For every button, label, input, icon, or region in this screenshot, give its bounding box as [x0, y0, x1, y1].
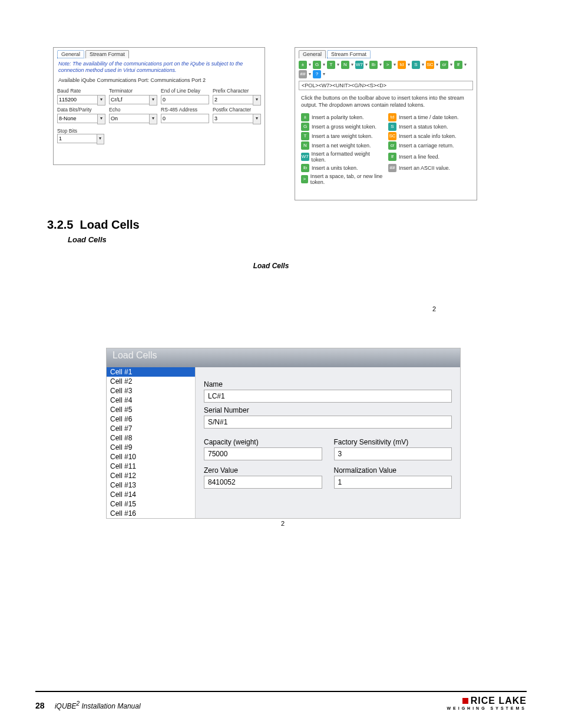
list-item[interactable]: Cell #6: [107, 414, 195, 424]
tab-general[interactable]: General: [57, 50, 84, 58]
sensitivity-input[interactable]: [334, 447, 452, 460]
token-button[interactable]: cr: [440, 61, 448, 69]
chevron-down-icon[interactable]: ▾: [97, 114, 105, 124]
list-item[interactable]: Cell #8: [107, 433, 195, 443]
tabs: General Stream Format: [299, 50, 473, 58]
chevron-down-icon[interactable]: ▾: [149, 95, 157, 106]
postfix-label: Postfix Character: [213, 107, 261, 113]
section-number: 3.2.5: [47, 218, 73, 231]
comm-port-dialog: General Stream Format Note: The availabi…: [53, 47, 265, 165]
legend-icon: ##: [388, 164, 396, 172]
chevron-down-icon[interactable]: ▾: [149, 114, 157, 124]
tab-stream-format[interactable]: Stream Format: [85, 50, 129, 58]
chevron-down-icon[interactable]: ▾: [97, 134, 104, 144]
available-port-label: Available iQube Communications Port: Com…: [58, 77, 260, 83]
tab-stream-format[interactable]: Stream Format: [327, 50, 371, 58]
legend-icon: G: [301, 123, 309, 131]
chevron-down-icon[interactable]: ▾: [253, 114, 261, 124]
prefix-label: Prefix Character: [213, 88, 261, 94]
list-item[interactable]: Cell #11: [107, 462, 195, 471]
chevron-down-icon[interactable]: ▾: [393, 61, 396, 69]
token-button[interactable]: td: [398, 61, 406, 69]
legend-text: Insert a units token.: [312, 165, 358, 171]
list-item[interactable]: Cell #2: [107, 377, 195, 386]
legend-icon: N: [301, 141, 309, 150]
databits-select[interactable]: [57, 114, 97, 123]
list-item[interactable]: Cell #10: [107, 452, 195, 462]
rs485-input[interactable]: [161, 114, 209, 123]
chevron-down-icon[interactable]: ▾: [464, 61, 467, 69]
stopbits-select[interactable]: [57, 134, 97, 143]
token-string-input[interactable]: <POL><W7><UNIT><G/N><S><D>: [299, 81, 473, 90]
postfix-select[interactable]: [213, 114, 253, 123]
chevron-down-icon[interactable]: ▾: [365, 61, 368, 69]
load-cell-list[interactable]: Cell #1Cell #2Cell #3Cell #4Cell #5Cell …: [107, 367, 196, 518]
list-item[interactable]: Cell #7: [107, 424, 195, 433]
list-item[interactable]: Cell #13: [107, 480, 195, 490]
terminator-select[interactable]: [109, 95, 149, 104]
list-item[interactable]: Cell #12: [107, 471, 195, 480]
legend-icon: td: [388, 113, 396, 121]
eol-input[interactable]: [161, 95, 209, 104]
chevron-down-icon[interactable]: ▾: [253, 95, 261, 106]
legend-icon: T: [301, 132, 309, 140]
token-button[interactable]: W7: [355, 61, 363, 69]
legend-row: tdInsert a time / date token.: [388, 113, 471, 121]
list-item[interactable]: Cell #5: [107, 405, 195, 414]
baud-select[interactable]: [57, 95, 97, 104]
token-button[interactable]: S: [412, 61, 420, 69]
token-button[interactable]: N: [341, 61, 349, 69]
serial-input[interactable]: [204, 416, 452, 429]
list-item[interactable]: Cell #3: [107, 386, 195, 396]
list-item[interactable]: Cell #15: [107, 499, 195, 509]
legend-text: Insert a net weight token.: [312, 143, 371, 149]
tab-general[interactable]: General: [299, 50, 326, 58]
chevron-down-icon[interactable]: ▾: [336, 61, 340, 69]
section-heading: 3.2.5 Load Cells: [47, 218, 527, 232]
token-button[interactable]: G: [313, 61, 321, 69]
page-number: 28: [35, 701, 45, 710]
legend-icon: W7: [301, 153, 309, 161]
legend-icon: SC: [388, 132, 396, 140]
chevron-down-icon[interactable]: ▾: [351, 61, 354, 69]
chevron-down-icon[interactable]: ▾: [97, 95, 105, 106]
norm-input[interactable]: [334, 476, 452, 489]
token-toolbar: ±▾G▾T▾N▾W7▾lb▾>▾td▾S▾SC▾cr▾lf▾##▾?▾: [299, 61, 473, 78]
chevron-down-icon[interactable]: ▾: [308, 70, 312, 78]
chevron-down-icon[interactable]: ▾: [322, 61, 326, 69]
list-item[interactable]: Cell #16: [107, 509, 195, 518]
capacity-label: Capacity (weight): [204, 438, 322, 446]
figure-ref: 2: [106, 305, 436, 312]
list-item[interactable]: Cell #1: [107, 367, 195, 377]
chevron-down-icon[interactable]: ▾: [421, 61, 425, 69]
list-item[interactable]: Cell #4: [107, 396, 195, 405]
brand-logo: RICE LAKE WEIGHING SYSTEMS: [447, 696, 527, 710]
token-button[interactable]: ?: [313, 70, 321, 78]
legend-row: ±Insert a polarity token.: [301, 113, 384, 121]
token-button[interactable]: SC: [426, 61, 434, 69]
capacity-input[interactable]: [204, 447, 322, 460]
zero-input[interactable]: [204, 476, 322, 489]
window-title: Load Cells: [107, 348, 460, 367]
list-item[interactable]: Cell #9: [107, 443, 195, 452]
prefix-select[interactable]: [213, 95, 253, 104]
section-caption: Load Cells: [106, 262, 436, 270]
token-button[interactable]: >: [384, 61, 392, 69]
token-button[interactable]: ±: [299, 61, 307, 69]
zero-label: Zero Value: [204, 466, 322, 475]
chevron-down-icon[interactable]: ▾: [322, 70, 326, 78]
chevron-down-icon[interactable]: ▾: [308, 61, 312, 69]
chevron-down-icon[interactable]: ▾: [379, 61, 382, 69]
token-button[interactable]: ##: [299, 70, 307, 78]
chevron-down-icon[interactable]: ▾: [407, 61, 411, 69]
chevron-down-icon[interactable]: ▾: [435, 61, 439, 69]
token-button[interactable]: T: [327, 61, 335, 69]
token-button[interactable]: lf: [454, 61, 462, 69]
token-button[interactable]: lb: [369, 61, 378, 69]
echo-select[interactable]: [109, 114, 149, 123]
chevron-down-icon[interactable]: ▾: [449, 61, 453, 69]
legend-text: Insert an ASCII value.: [399, 165, 450, 171]
list-item[interactable]: Cell #14: [107, 490, 195, 499]
section-subtitle: Load Cells: [68, 235, 527, 244]
name-input[interactable]: [204, 390, 452, 403]
